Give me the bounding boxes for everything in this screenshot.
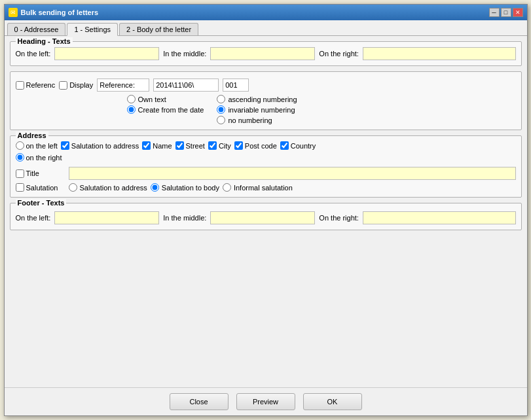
window-icon: ✉ xyxy=(9,8,18,17)
invariable-numbering-radio[interactable] xyxy=(217,105,225,114)
reference-checkbox-label: Referenc xyxy=(26,81,56,89)
left-numbering-col: Own text Create from the date xyxy=(127,95,204,124)
city-label: City xyxy=(219,142,231,150)
informal-salutation-label: Informal salutation xyxy=(234,184,293,192)
street-checkbox[interactable] xyxy=(175,141,184,150)
close-window-button[interactable]: ✕ xyxy=(513,8,523,17)
own-text-label: Own text xyxy=(138,96,166,103)
post-code-label: Post code xyxy=(245,142,277,150)
tabs-bar: 0 - Addressee 1 - Settings 2 - Body of t… xyxy=(5,20,527,36)
heading-row: On the left: In the middle: On the right… xyxy=(16,47,516,60)
on-the-right-item: on the right xyxy=(16,153,62,162)
in-middle-label: In the middle: xyxy=(163,50,206,58)
salutation-to-address-radio-label: Salutation to address xyxy=(80,184,147,192)
numbering-options: Own text Create from the date ascending … xyxy=(16,95,516,124)
reference-label-input[interactable] xyxy=(97,79,149,92)
salutation-checkbox[interactable] xyxy=(16,183,24,192)
display-checkbox[interactable] xyxy=(59,81,67,90)
display-checkbox-item: Display xyxy=(59,81,93,90)
heading-section: Heading - Texts On the left: In the midd… xyxy=(10,41,522,66)
display-checkbox-label: Display xyxy=(69,81,93,89)
title-input[interactable] xyxy=(69,167,516,180)
footer-on-left-label: On the left: xyxy=(16,214,51,222)
post-code-checkbox[interactable] xyxy=(234,141,243,150)
country-item: Country xyxy=(280,141,316,150)
salutation-to-body-radio[interactable] xyxy=(151,183,159,192)
close-button[interactable]: Close xyxy=(170,393,229,410)
footer-row: On the left: In the middle: On the right… xyxy=(16,211,516,224)
create-from-date-radio[interactable] xyxy=(127,105,136,114)
address-row-2: on the right xyxy=(16,153,516,162)
content-area: Heading - Texts On the left: In the midd… xyxy=(5,36,527,387)
city-checkbox[interactable] xyxy=(208,141,217,150)
on-left-input[interactable] xyxy=(54,47,159,60)
reference-checkbox[interactable] xyxy=(16,81,24,90)
address-section: Address on the left Salutation to addres… xyxy=(10,135,522,198)
own-text-radio[interactable] xyxy=(127,95,136,103)
heading-section-label: Heading - Texts xyxy=(16,37,73,45)
title-buttons: ─ □ ✕ xyxy=(489,8,523,17)
salutation-to-body-row: Salutation to body xyxy=(151,183,219,192)
footer-section-label: Footer - Texts xyxy=(16,199,67,207)
reference-number-input[interactable] xyxy=(223,79,249,92)
reference-checkbox-item: Referenc xyxy=(16,81,56,90)
street-item: Street xyxy=(175,141,205,150)
no-numbering-radio[interactable] xyxy=(217,116,225,124)
country-checkbox[interactable] xyxy=(280,141,289,150)
title-bar: ✉ Bulk sending of letters ─ □ ✕ xyxy=(5,5,527,20)
salutation-row: Salutation Salutation to address Salutat… xyxy=(16,183,516,192)
tab-settings[interactable]: 1 - Settings xyxy=(67,23,118,36)
name-checkbox[interactable] xyxy=(142,141,151,150)
address-section-label: Address xyxy=(16,131,48,139)
title-bar-left: ✉ Bulk sending of letters xyxy=(9,8,99,17)
address-row-1: on the left Salutation to address Name S… xyxy=(16,141,516,150)
footer-on-right-label: On the right: xyxy=(319,214,359,222)
no-numbering-row: no numbering xyxy=(217,116,297,124)
ok-button[interactable]: OK xyxy=(303,393,362,410)
city-item: City xyxy=(208,141,231,150)
ascending-numbering-radio[interactable] xyxy=(217,95,225,103)
street-label: Street xyxy=(186,142,205,150)
reference-row: Referenc Display xyxy=(16,79,516,92)
on-the-left-item: on the left xyxy=(16,141,58,150)
tab-body[interactable]: 2 - Body of the letter xyxy=(119,23,198,35)
salutation-to-body-label: Salutation to body xyxy=(162,184,219,192)
informal-salutation-row: Informal salutation xyxy=(223,183,293,192)
on-the-right-radio[interactable] xyxy=(16,153,24,162)
title-checkbox-item: Title xyxy=(16,169,65,178)
on-the-left-radio[interactable] xyxy=(16,141,24,150)
footer-on-left-input[interactable] xyxy=(54,211,159,224)
invariable-numbering-row: invariable numbering xyxy=(217,105,297,114)
tab-addressee[interactable]: 0 - Addressee xyxy=(7,23,66,35)
preview-button[interactable]: Preview xyxy=(236,393,295,410)
ascending-numbering-row: ascending numbering xyxy=(217,95,297,103)
salutation-to-address-radio[interactable] xyxy=(69,183,77,192)
in-middle-input[interactable] xyxy=(210,47,315,60)
salutation-to-address-label: Salutation to address xyxy=(71,142,139,150)
footer-in-middle-input[interactable] xyxy=(210,211,315,224)
invariable-numbering-label: invariable numbering xyxy=(228,106,295,114)
no-numbering-label: no numbering xyxy=(228,116,272,124)
salutation-field-label: Salutation xyxy=(26,184,65,192)
main-window: ✉ Bulk sending of letters ─ □ ✕ 0 - Addr… xyxy=(4,4,528,416)
ascending-numbering-label: ascending numbering xyxy=(228,96,297,103)
footer-in-middle-label: In the middle: xyxy=(163,214,206,222)
title-field-label: Title xyxy=(26,169,65,177)
informal-salutation-radio[interactable] xyxy=(223,183,231,192)
create-from-date-row: Create from the date xyxy=(127,105,204,114)
on-the-left-label: on the left xyxy=(26,142,58,150)
footer-on-right-input[interactable] xyxy=(363,211,516,224)
salutation-to-address-item: Salutation to address xyxy=(61,141,139,150)
country-label: Country xyxy=(291,142,316,150)
minimize-button[interactable]: ─ xyxy=(489,8,500,17)
maximize-button[interactable]: □ xyxy=(501,8,511,17)
post-code-item: Post code xyxy=(234,141,277,150)
reference-section: Referenc Display Own text xyxy=(10,71,522,130)
reference-date-input[interactable] xyxy=(153,79,219,92)
title-checkbox[interactable] xyxy=(16,169,24,178)
footer-section: Footer - Texts On the left: In the middl… xyxy=(10,203,522,230)
on-right-input[interactable] xyxy=(363,47,516,60)
salutation-to-address-checkbox[interactable] xyxy=(61,141,69,150)
on-left-label: On the left: xyxy=(16,50,51,58)
window-title: Bulk sending of letters xyxy=(21,9,99,16)
